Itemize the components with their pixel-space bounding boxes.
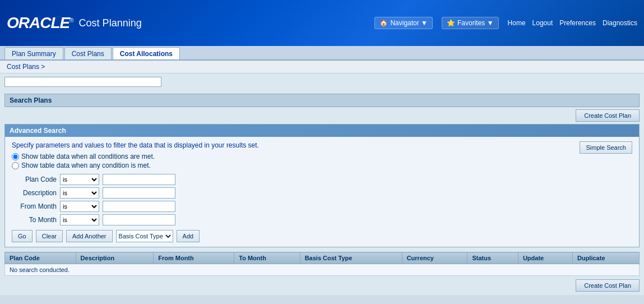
action-row: Go Clear Add Another Basis Cost Type Cur… <box>12 230 632 242</box>
go-btn[interactable]: Go <box>12 230 33 242</box>
field-row-to-month: To Month isis notcontains <box>12 214 632 225</box>
add-btn[interactable]: Add <box>177 230 200 242</box>
col-to-month: To Month <box>234 252 300 264</box>
spacer-area <box>0 73 644 90</box>
field-input-plan-code[interactable] <box>103 174 175 185</box>
home-link[interactable]: Home <box>508 19 526 27</box>
advanced-search-header: Advanced Search <box>5 125 639 137</box>
field-operator-description[interactable]: isis notcontains <box>60 187 99 199</box>
field-input-to-month[interactable] <box>103 214 175 225</box>
field-row-from-month: From Month isis notcontains <box>12 201 632 212</box>
adv-search-topbar: Specify parameters and values to filter … <box>12 141 632 171</box>
field-label-from-month: From Month <box>12 202 57 210</box>
simple-search-btn[interactable]: Simple Search <box>580 141 632 154</box>
no-results-text: No search conducted. <box>10 266 70 273</box>
col-status: Status <box>467 252 518 264</box>
tab-bar: Plan Summary Cost Plans Cost Allocations <box>0 46 644 61</box>
app-title: Cost Planning <box>79 17 142 29</box>
field-row-description: Description isis notcontains <box>12 187 632 199</box>
col-from-month: From Month <box>154 252 234 264</box>
col-plan-code: Plan Code <box>5 252 76 264</box>
preferences-link[interactable]: Preferences <box>559 19 596 27</box>
plan-name-input[interactable] <box>4 77 161 87</box>
col-update: Update <box>518 252 572 264</box>
bottom-bar: Create Cost Plan <box>4 276 640 292</box>
adv-search-desc: Specify parameters and values to filter … <box>12 141 580 149</box>
adv-search-left: Specify parameters and values to filter … <box>12 141 580 171</box>
create-cost-plan-btn-top[interactable]: Create Cost Plan <box>576 109 640 122</box>
favorites-icon: ⭐ <box>447 19 455 27</box>
app-header: ORACLE® Cost Planning 🏠 Navigator ▼ ⭐ Fa… <box>0 0 644 46</box>
navigator-icon: 🏠 <box>379 19 388 27</box>
col-duplicate: Duplicate <box>572 252 639 264</box>
radio-any-label: Show table data when any condition is me… <box>21 162 151 169</box>
add-another-btn[interactable]: Add Another <box>66 230 113 242</box>
oracle-logo: ORACLE® Cost Planning <box>7 14 142 32</box>
advanced-search-title: Advanced Search <box>10 127 66 135</box>
field-operator-from-month[interactable]: isis notcontains <box>60 201 99 212</box>
radio-all[interactable] <box>12 153 19 160</box>
logout-link[interactable]: Logout <box>532 19 553 27</box>
search-plans-bar: Search Plans <box>4 94 640 107</box>
field-operator-plan-code[interactable]: isis notcontains <box>60 174 99 185</box>
search-fields: Plan Code isis notcontains Description i… <box>12 174 632 225</box>
add-field-select[interactable]: Basis Cost Type Currency Month Status <box>116 230 173 242</box>
table-header-row: Plan Code Description From Month To Mont… <box>5 252 640 264</box>
toolbar-area: Create Cost Plan <box>4 109 640 122</box>
navigator-label: Navigator ▼ <box>390 19 428 27</box>
breadcrumb: Cost Plans > <box>0 61 644 73</box>
breadcrumb-text[interactable]: Cost Plans > <box>7 63 45 71</box>
results-table: Plan Code Description From Month To Mont… <box>4 252 640 276</box>
favorites-btn[interactable]: ⭐ Favorites ▼ <box>442 17 499 29</box>
field-label-to-month: To Month <box>12 216 57 224</box>
advanced-search-body: Specify parameters and values to filter … <box>5 137 639 247</box>
field-label-description: Description <box>12 189 57 197</box>
advanced-search-panel: Advanced Search Specify parameters and v… <box>4 124 640 247</box>
tab-cost-allocations[interactable]: Cost Allocations <box>113 47 180 59</box>
main-content: Search Plans Create Cost Plan Advanced S… <box>0 90 644 295</box>
header-nav: 🏠 Navigator ▼ ⭐ Favorites ▼ Home Logout … <box>374 17 637 29</box>
table-row: No search conducted. <box>5 264 640 276</box>
radio-any-row: Show table data when any condition is me… <box>12 162 580 169</box>
diagnostics-link[interactable]: Diagnostics <box>603 19 637 27</box>
col-currency: Currency <box>402 252 467 264</box>
clear-btn[interactable]: Clear <box>36 230 63 242</box>
reg-symbol: ® <box>70 17 73 24</box>
oracle-brand: ORACLE® <box>7 14 73 32</box>
radio-any[interactable] <box>12 162 19 169</box>
radio-all-label: Show table data when all conditions are … <box>21 153 155 160</box>
col-description: Description <box>76 252 154 264</box>
col-basis-cost-type: Basis Cost Type <box>300 252 402 264</box>
field-operator-to-month[interactable]: isis notcontains <box>60 214 99 225</box>
tab-plan-summary[interactable]: Plan Summary <box>4 47 63 59</box>
field-input-description[interactable] <box>103 187 175 199</box>
tab-cost-plans[interactable]: Cost Plans <box>64 47 112 59</box>
favorites-label: Favorites ▼ <box>457 19 494 27</box>
radio-all-row: Show table data when all conditions are … <box>12 153 580 160</box>
field-row-plan-code: Plan Code isis notcontains <box>12 174 632 185</box>
search-plans-title: Search Plans <box>10 96 52 104</box>
no-results-cell: No search conducted. <box>5 264 640 276</box>
top-nav-links: Home Logout Preferences Diagnostics <box>508 19 637 27</box>
field-input-from-month[interactable] <box>103 201 175 212</box>
create-cost-plan-btn-bottom[interactable]: Create Cost Plan <box>576 279 640 292</box>
navigator-btn[interactable]: 🏠 Navigator ▼ <box>374 17 433 29</box>
field-label-plan-code: Plan Code <box>12 176 57 183</box>
simple-search-area: Simple Search <box>580 141 632 154</box>
